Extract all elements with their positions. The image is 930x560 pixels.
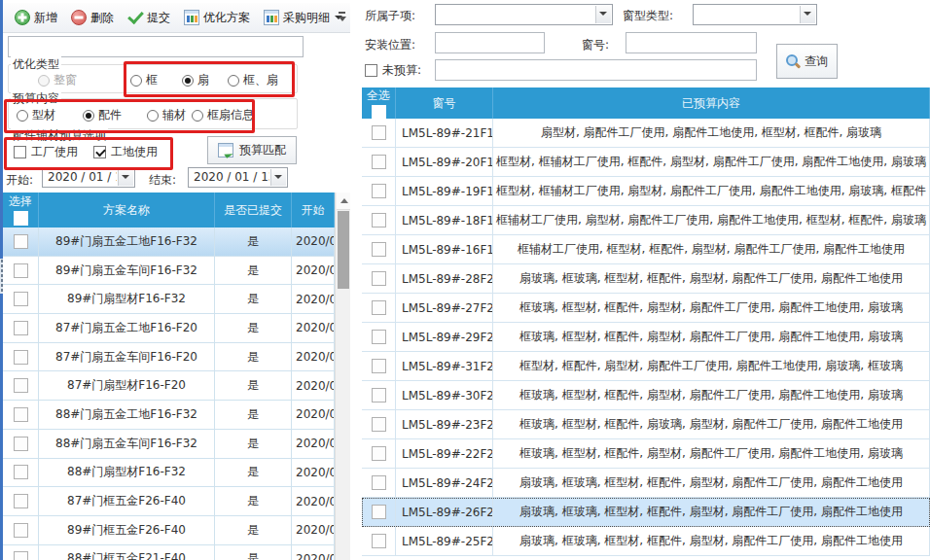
table-row[interactable]: LM5L-89#-26F24 扇玻璃, 框玻璃, 框型材, 框配件, 扇型材, …: [362, 498, 930, 527]
row-checkbox[interactable]: [372, 446, 386, 461]
query-button[interactable]: 查询: [776, 44, 838, 79]
checkbox-option[interactable]: 工厂使用: [14, 144, 78, 160]
table-row[interactable]: 87#门扇五金工地F16-F20 是 2020/0: [3, 314, 335, 343]
toolbar-button-icon: [184, 10, 199, 25]
plan-name-cell: 87#门扇五金车间F16-F20: [39, 343, 215, 371]
row-checkbox[interactable]: [14, 494, 28, 508]
row-checkbox[interactable]: [372, 271, 386, 286]
toolbar-button-icon: [71, 10, 87, 25]
table-row[interactable]: 87#门扇型材F16-F20 是 2020/0: [3, 371, 335, 401]
plan-filter-input[interactable]: [8, 36, 304, 57]
radio-option[interactable]: 框扇信息: [192, 107, 254, 123]
install-position-label: 安装位置:: [365, 37, 415, 53]
row-checkbox[interactable]: [14, 378, 28, 393]
toolbar-button[interactable]: 优化方案: [178, 7, 256, 29]
row-checkbox[interactable]: [372, 300, 386, 315]
table-row[interactable]: LM5L-89#-21F19 扇型材, 扇配件工厂使用, 扇配件工地使用, 框型…: [362, 119, 930, 148]
scrollbar-thumb[interactable]: [338, 211, 349, 289]
checkbox-option[interactable]: 工地使用: [93, 144, 158, 160]
plan-table-scrollbar[interactable]: [335, 192, 350, 560]
row-checkbox[interactable]: [372, 330, 386, 344]
table-row[interactable]: LM5L-89#-25F23 扇玻璃, 框玻璃, 框型材, 框配件, 扇型材, …: [362, 527, 930, 556]
toolbar-button[interactable]: 删除: [65, 7, 120, 29]
table-row[interactable]: LM5L-89#-16F15 框辅材工厂使用, 框型材, 框配件, 扇型材, 扇…: [362, 235, 930, 264]
table-row[interactable]: 88#门扇型材F16-F32 是 2020/0: [3, 459, 335, 488]
radio-option[interactable]: 辅材: [147, 107, 186, 123]
toolbar-button[interactable]: 新增: [9, 7, 63, 29]
budgeted-content-cell: 扇玻璃, 框玻璃, 框型材, 框配件, 扇型材, 扇配件工厂使用, 扇配件工地使…: [493, 498, 930, 526]
table-row[interactable]: 89#门扇型材F16-F32 是 2020/0: [3, 285, 335, 314]
scroll-up-icon[interactable]: [337, 192, 350, 210]
chevron-down-icon[interactable]: [270, 169, 286, 186]
radio-option[interactable]: 配件: [83, 107, 122, 123]
table-row[interactable]: 88#门扇五金车间F16-F32 是 2020/0: [3, 430, 335, 459]
table-row[interactable]: 88#门扇五金工地F16-F32 是 2020/0: [3, 401, 335, 430]
row-checkbox[interactable]: [372, 505, 386, 519]
budget-match-button[interactable]: 预算匹配: [207, 136, 297, 164]
row-checkbox[interactable]: [372, 155, 386, 169]
table-row[interactable]: LM5L-89#-23F21 框玻璃, 框型材, 框配件, 扇玻璃, 扇型材, …: [362, 410, 930, 439]
toolbar-button[interactable]: 提交: [122, 7, 176, 29]
radio-option[interactable]: 型材: [17, 107, 55, 123]
window-no-input[interactable]: [626, 32, 757, 53]
table-row[interactable]: LM5L-89#-24F22 扇玻璃, 框玻璃, 框型材, 框配件, 扇型材, …: [362, 469, 930, 498]
row-checkbox[interactable]: [14, 437, 28, 451]
row-checkbox[interactable]: [372, 475, 386, 490]
sub-item-select[interactable]: [435, 4, 613, 25]
start-date-cell: 2020/0: [292, 401, 335, 429]
chevron-down-icon[interactable]: [595, 6, 611, 23]
no-budget-checkbox[interactable]: 未预算:: [365, 62, 421, 79]
date-start-picker[interactable]: 2020 / 01 / 1: [42, 167, 135, 188]
row-checkbox[interactable]: [14, 321, 28, 335]
row-checkbox[interactable]: [372, 242, 386, 257]
submitted-cell: 是: [215, 459, 292, 487]
toolbar-button[interactable]: 采购明细: [258, 7, 348, 29]
table-row[interactable]: 89#门扇五金车间F16-F32 是 2020/0: [3, 257, 335, 286]
select-all-checkbox[interactable]: [14, 211, 28, 226]
table-row[interactable]: 89#门扇五金工地F16-F32 是 2020/0: [3, 228, 335, 257]
plan-name-cell: 89#门框五金F26-F40: [39, 516, 215, 544]
table-row[interactable]: LM5L-89#-30F28 框玻璃, 框型材, 框配件, 扇型材, 扇配件工厂…: [362, 381, 930, 410]
radio-option[interactable]: 整窗: [38, 72, 77, 88]
row-checkbox[interactable]: [14, 234, 28, 249]
table-row[interactable]: LM5L-89#-28F26 扇玻璃, 框玻璃, 框型材, 框配件, 扇型材, …: [362, 264, 930, 294]
radio-icon: [83, 110, 94, 122]
window-type-select[interactable]: [693, 4, 817, 25]
row-checkbox[interactable]: [372, 388, 386, 402]
table-row[interactable]: LM5L-89#-18F16 框辅材工厂使用, 扇型材, 扇配件工厂使用, 扇配…: [362, 206, 930, 235]
table-row[interactable]: 88#门框五金F21-F40 是 2020/0: [3, 545, 335, 560]
install-position-input[interactable]: [435, 32, 545, 53]
table-row[interactable]: LM5L-89#-22F20 框玻璃, 框型材, 框配件, 扇型材, 扇配件工厂…: [362, 439, 930, 469]
no-budget-input[interactable]: [435, 59, 757, 81]
radio-option[interactable]: 框: [130, 72, 158, 88]
row-checkbox[interactable]: [14, 350, 28, 365]
row-checkbox[interactable]: [372, 213, 386, 228]
chevron-down-icon[interactable]: [118, 169, 133, 186]
table-row[interactable]: 89#门框五金F26-F40 是 2020/0: [3, 516, 335, 545]
row-checkbox[interactable]: [14, 465, 28, 479]
row-checkbox[interactable]: [372, 184, 386, 198]
radio-option[interactable]: 扇: [182, 72, 209, 88]
select-all-checkbox[interactable]: [372, 105, 386, 120]
row-checkbox[interactable]: [372, 359, 386, 373]
toolbar-button-label: 提交: [147, 10, 170, 26]
table-row[interactable]: LM5L-89#-19F17 框型材, 框辅材工厂使用, 扇型材, 扇配件工厂使…: [362, 177, 930, 206]
table-row[interactable]: LM5L-89#-31F29 框型材, 框配件, 扇型材, 扇配件工厂使用, 扇…: [362, 352, 930, 381]
table-row[interactable]: LM5L-89#-20F18 框型材, 框辅材工厂使用, 框配件, 扇型材, 扇…: [362, 148, 930, 177]
toolbar-overflow-button[interactable]: [337, 9, 348, 26]
row-checkbox[interactable]: [14, 292, 28, 306]
chevron-down-icon[interactable]: [800, 6, 815, 23]
row-checkbox[interactable]: [14, 523, 28, 538]
table-row[interactable]: LM5L-89#-29F27 框玻璃, 框型材, 框配件, 扇型材, 扇配件工厂…: [362, 323, 930, 352]
row-checkbox[interactable]: [372, 534, 386, 548]
row-checkbox[interactable]: [14, 551, 28, 560]
date-end-picker[interactable]: 2020 / 01 / 13: [188, 167, 288, 188]
row-checkbox[interactable]: [372, 417, 386, 432]
radio-option[interactable]: 框、扇: [228, 72, 278, 88]
row-checkbox[interactable]: [372, 125, 386, 140]
table-row[interactable]: LM5L-89#-27F25 框玻璃, 框型材, 框配件, 扇型材, 扇配件工厂…: [362, 294, 930, 323]
table-row[interactable]: 87#门扇五金车间F16-F20 是 2020/0: [3, 343, 335, 372]
row-checkbox[interactable]: [14, 407, 28, 422]
table-row[interactable]: 87#门框五金F26-F40 是 2020/0: [3, 487, 335, 516]
row-checkbox[interactable]: [14, 263, 28, 278]
